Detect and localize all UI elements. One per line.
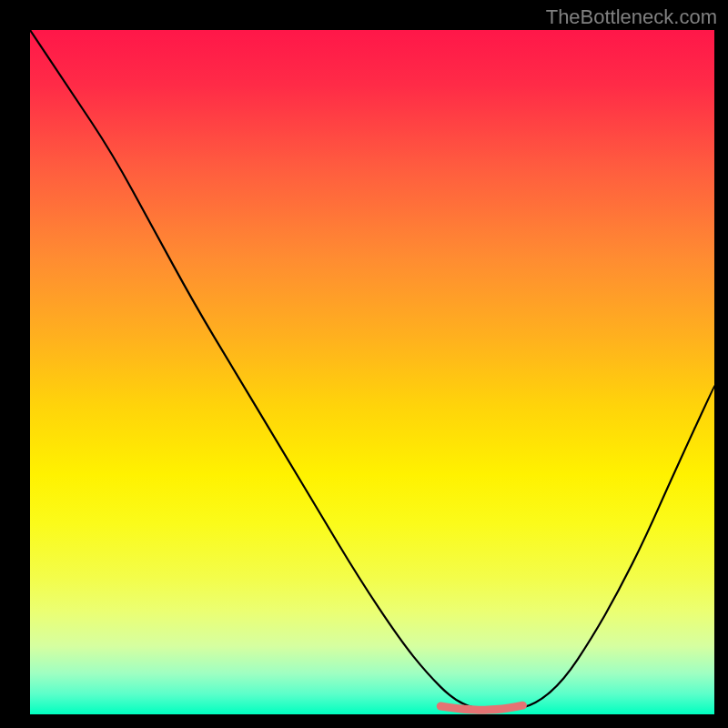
bottleneck-curve-line — [30, 30, 714, 711]
chart-svg — [30, 30, 714, 714]
minimum-flat-marker — [440, 705, 522, 710]
chart-plot-area — [30, 30, 714, 714]
watermark-text: TheBottleneck.com — [546, 5, 717, 29]
